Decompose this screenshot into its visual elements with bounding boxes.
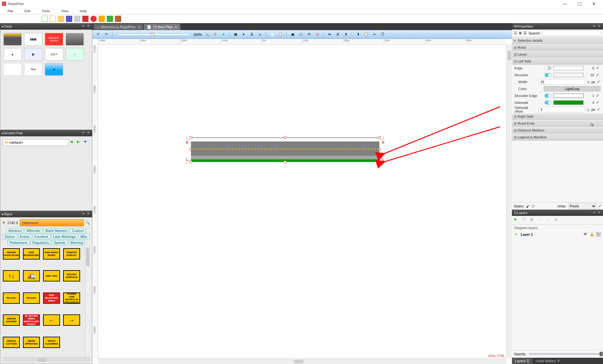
- scratch-back-icon[interactable]: ◀: [70, 140, 76, 145]
- panel-menu-icon[interactable]: ▾: [81, 212, 85, 216]
- scratch-folder-select[interactable]: 📁 <default>: [3, 139, 69, 146]
- ungroup-icon[interactable]: ▢: [298, 31, 304, 38]
- road-endcap-icon[interactable]: [187, 161, 191, 165]
- sign-filter[interactable]: Blank Markers: [43, 228, 69, 233]
- link-icon[interactable]: ⤢: [597, 80, 600, 84]
- styles-dropdown-icon[interactable]: ▢: [531, 204, 535, 208]
- opacity-knob[interactable]: [600, 352, 603, 356]
- lock-icon[interactable]: 🔒: [590, 232, 594, 237]
- panel-close-icon[interactable]: ✕: [597, 211, 601, 215]
- rectangle-tool[interactable]: [3, 63, 22, 76]
- duplicate-icon[interactable]: ❐: [379, 31, 386, 38]
- menu-tools[interactable]: Tools: [36, 9, 56, 13]
- prop-view3-icon[interactable]: ☰: [524, 31, 527, 35]
- panel-close-icon[interactable]: ✕: [597, 24, 601, 29]
- sign-item[interactable]: SMOKE HAZARD: [3, 314, 20, 326]
- close-icon[interactable]: ✕: [175, 25, 177, 29]
- road-object[interactable]: R R L L: [191, 137, 379, 162]
- sign-filter[interactable]: Lane Markings: [51, 234, 78, 239]
- selection-handle[interactable]: [378, 136, 381, 139]
- link-icon[interactable]: ⤢: [596, 94, 600, 98]
- signs-category-select[interactable]: ◔ Advance: [20, 219, 84, 226]
- sign-item[interactable]: ROUGH SURFACE: [63, 270, 80, 281]
- snap-icon[interactable]: ✦: [220, 31, 226, 38]
- prop-search-input[interactable]: [542, 30, 601, 36]
- prop-section-selection[interactable]: ▾Selection details: [512, 37, 603, 44]
- sign-item[interactable]: WET TAR: [43, 270, 60, 281]
- sign-item[interactable]: POWER LINE WORKS IN PROGRESS: [63, 292, 80, 304]
- template-icon[interactable]: [50, 16, 56, 22]
- sign-item[interactable]: END ROAD WORK: [43, 248, 60, 260]
- bring-front-icon[interactable]: ⬆: [343, 31, 349, 38]
- print-icon[interactable]: [74, 16, 80, 22]
- panel-menu-icon[interactable]: ▾: [81, 131, 85, 135]
- marker-tool[interactable]: ▲: [3, 48, 22, 61]
- undo-icon[interactable]: ↶: [95, 31, 101, 38]
- selection-handle[interactable]: [284, 136, 286, 139]
- sign-item[interactable]: BLASTING AREA SWITCH OFF RADIO: [23, 314, 40, 326]
- menu-edit[interactable]: Edit: [19, 9, 36, 13]
- flip-h-icon[interactable]: ⇋: [326, 31, 333, 38]
- add-layer-icon[interactable]: ✚: [514, 217, 519, 223]
- close-icon[interactable]: ✕: [138, 25, 140, 29]
- menu-view[interactable]: View: [55, 9, 74, 13]
- sign-item[interactable]: 🚛: [23, 270, 40, 281]
- link-icon[interactable]: ⤢: [597, 107, 600, 112]
- check-icon[interactable]: [107, 16, 113, 22]
- sign-filter[interactable]: Custom: [70, 228, 86, 233]
- sidewalk-offset-input[interactable]: [539, 107, 585, 112]
- prop-view2-icon[interactable]: ≣: [519, 31, 522, 35]
- scratch-fwd-icon[interactable]: ▶: [77, 140, 83, 145]
- send-back-icon[interactable]: ⬇: [355, 31, 361, 38]
- cut-icon[interactable]: ✂: [371, 31, 378, 38]
- tab-layers[interactable]: Layers ☰: [512, 358, 533, 364]
- delete-layer-icon[interactable]: 🗑: [530, 217, 536, 223]
- copy-icon[interactable]: 📄: [269, 31, 275, 38]
- shoulder-swatch[interactable]: [553, 73, 584, 77]
- sign-filter[interactable]: Detour: [3, 234, 17, 239]
- prop-section-road[interactable]: ⊞Road: [512, 44, 603, 51]
- sign-item[interactable]: TRAFFIC SURVEY: [63, 248, 80, 260]
- signs-scrollbar[interactable]: [85, 246, 90, 357]
- sign-item[interactable]: END BLASTING AREA: [43, 292, 60, 304]
- align-icon[interactable]: ≡: [257, 31, 263, 38]
- edge-toggle[interactable]: [545, 66, 551, 70]
- sign-item[interactable]: GRASS CUTTING: [3, 337, 20, 348]
- canvas-v-scrollbar[interactable]: [506, 45, 512, 358]
- brush-icon[interactable]: 🖌: [526, 204, 530, 208]
- prop-section-lanes[interactable]: ⊞Lanes: [512, 51, 603, 58]
- canvas-h-scrollbar[interactable]: [98, 358, 506, 364]
- zoom-knob[interactable]: [150, 32, 154, 37]
- edge-swatch[interactable]: [553, 66, 584, 70]
- redo-icon[interactable]: ↷: [103, 31, 109, 38]
- list-icon[interactable]: ☰: [249, 31, 255, 38]
- move-down-icon[interactable]: ↓: [546, 217, 552, 223]
- prop-section-roadends[interactable]: ⊞Road Ends: [512, 120, 603, 127]
- link-icon[interactable]: ⤢: [598, 204, 601, 208]
- sign-filter[interactable]: Misc: [79, 234, 90, 239]
- sign-filter[interactable]: Warning: [68, 240, 85, 245]
- scratch-add-icon[interactable]: ✚: [84, 140, 90, 145]
- panel-close-icon[interactable]: ✕: [86, 24, 90, 29]
- dimension-tool[interactable]: 123↗: [45, 48, 63, 61]
- width-input[interactable]: [539, 79, 585, 85]
- link-icon[interactable]: ⤢: [596, 100, 600, 105]
- wizard-icon[interactable]: [99, 16, 105, 22]
- visible-icon[interactable]: 👁: [584, 232, 588, 237]
- sign-filter[interactable]: Pedestrians: [8, 240, 30, 245]
- zoom-fit-icon[interactable]: 🔍: [204, 31, 210, 38]
- sign-item[interactable]: 50 km/h: [23, 292, 40, 304]
- sign-item[interactable]: →: [63, 314, 80, 326]
- sign-filter[interactable]: Aftercare: [24, 228, 42, 233]
- duplicate-layer-icon[interactable]: ❐: [522, 217, 528, 223]
- prop-section-distance[interactable]: ⊞Distance Markers: [512, 127, 603, 134]
- text-tool[interactable]: Text: [24, 63, 42, 76]
- open-icon[interactable]: [58, 16, 64, 22]
- sign-filter[interactable]: Regulatory: [30, 240, 51, 245]
- rotate-icon[interactable]: ⟳: [306, 31, 312, 38]
- speed-sign-tool[interactable]: REDUCE SPEED: [45, 33, 63, 46]
- image-tool[interactable]: ➔: [45, 63, 63, 76]
- prop-section-legend[interactable]: ⊞Legend & Manifest: [512, 134, 603, 141]
- strip-tool[interactable]: [66, 33, 84, 46]
- window-close[interactable]: ✕: [587, 0, 601, 8]
